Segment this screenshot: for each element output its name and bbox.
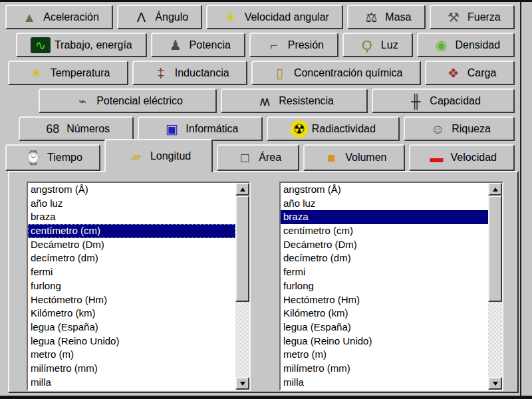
tab-label-trabajo-energia: Trabajo, energía — [55, 39, 132, 51]
left-unit-list: angstrom (Å)año luzbrazacentímetro (cm)D… — [27, 182, 251, 391]
tab-label-masa: Masa — [385, 11, 411, 23]
tab-luz[interactable]: ϘLuz — [342, 33, 413, 57]
tab-label-tiempo: Tiempo — [47, 152, 82, 164]
tab-fuerza[interactable]: ⚒Fuerza — [430, 5, 515, 29]
arrow-up-icon — [493, 188, 498, 192]
scroll-up-button[interactable] — [235, 183, 249, 196]
list-item[interactable]: metro (m) — [281, 348, 488, 362]
tab-row-3: ☀Temperatura‡Inductancia▯Concentración q… — [8, 61, 515, 85]
arrow-down-icon — [240, 382, 245, 386]
list-item[interactable]: Kilómetro (km) — [281, 307, 488, 321]
arrow-down-icon — [493, 382, 498, 386]
list-item[interactable]: año luz — [281, 197, 488, 211]
tab-densidad[interactable]: ◉Densidad — [417, 33, 515, 57]
list-item[interactable]: decímetro (dm) — [28, 251, 235, 265]
tab-tiempo[interactable]: ⌚Tiempo — [5, 144, 100, 171]
scrollbar-track[interactable] — [235, 196, 249, 377]
list-item[interactable]: milímetro (mm) — [281, 362, 488, 376]
tab-informatica[interactable]: ▣Informática — [138, 116, 262, 141]
tab-masa[interactable]: ⚖Masa — [347, 5, 426, 29]
battery-plug-icon: ⌁ — [72, 92, 92, 110]
tab-angulo[interactable]: ΛÁngulo — [117, 5, 202, 29]
tab-label-volumen: Volumen — [345, 152, 386, 164]
list-item[interactable]: furlong — [28, 279, 235, 293]
list-item[interactable]: milímetro (mm) — [28, 362, 235, 376]
box-icon: ■ — [321, 149, 341, 166]
tab-velocidad[interactable]: ▬Velocidad — [409, 144, 515, 171]
tab-presion[interactable]: ⌐Presión — [249, 33, 338, 57]
list-item[interactable]: angstrom (Å) — [28, 183, 235, 197]
list-item[interactable]: legua (Reino Unido) — [281, 334, 488, 348]
graduated-cylinder-icon: ▯ — [270, 65, 290, 82]
light-bulb-icon: Ϙ — [357, 37, 377, 54]
vertical-scrollbar[interactable] — [235, 183, 249, 390]
list-item[interactable]: Kilómetro (km) — [28, 307, 235, 321]
list-item[interactable]: fermi — [28, 265, 235, 279]
list-item[interactable]: centímetro (cm) — [281, 224, 488, 238]
tab-label-presion: Presión — [288, 39, 324, 51]
list-item[interactable]: braza — [281, 210, 488, 224]
scroll-up-button[interactable] — [488, 183, 502, 196]
tab-label-informatica: Informática — [186, 123, 238, 135]
list-item[interactable]: legua (España) — [281, 321, 488, 334]
tab-label-radiactividad: Radiactividad — [312, 123, 376, 135]
scroll-down-button[interactable] — [488, 377, 502, 390]
tab-trabajo-energia[interactable]: ∿Trabajo, energía — [16, 33, 147, 57]
list-item[interactable]: centímetro (cm) — [28, 224, 235, 238]
faucet-icon: ⌐ — [264, 37, 284, 54]
list-item[interactable]: milla — [28, 376, 235, 390]
hammer-icon: ⚒ — [444, 9, 464, 26]
tab-riqueza[interactable]: ☺Riqueza — [404, 116, 515, 141]
list-item[interactable]: Decámetro (Dm) — [281, 238, 488, 252]
tab-potencial-electrico[interactable]: ⌁Potencial eléctrico — [39, 88, 217, 113]
tab-label-temperatura: Temperatura — [51, 67, 110, 79]
list-item[interactable]: angstrom (Å) — [281, 183, 488, 197]
list-item[interactable]: decímetro (dm) — [281, 251, 488, 265]
tab-volumen[interactable]: ■Volumen — [303, 144, 404, 171]
list-item[interactable]: milla — [281, 376, 488, 390]
list-item[interactable]: año luz — [28, 197, 235, 211]
tab-longitud[interactable]: ▰Longitud — [104, 139, 213, 172]
balance-scale-icon: ⚖ — [361, 9, 381, 26]
right-unit-list: angstrom (Å)año luzbrazacentímetro (cm)D… — [279, 182, 503, 391]
vertical-scrollbar[interactable] — [488, 183, 502, 390]
tab-radiactividad[interactable]: ☢Radiactividad — [267, 116, 400, 141]
tab-row-2: ∿Trabajo, energía♟Potencia⌐PresiónϘLuz◉D… — [16, 33, 515, 57]
tab-area[interactable]: □Área — [217, 144, 299, 171]
tab-carga[interactable]: ❖Carga — [425, 61, 515, 85]
rich-man-icon: ☺ — [428, 120, 448, 138]
tab-label-angulo: Ángulo — [155, 11, 188, 23]
tab-potencia[interactable]: ♟Potencia — [151, 33, 245, 57]
list-item[interactable]: furlong — [281, 279, 488, 293]
tab-label-aceleracion: Aceleración — [43, 11, 99, 23]
list-item[interactable]: legua (Reino Unido) — [28, 334, 235, 348]
list-item[interactable]: Hectómetro (Hm) — [281, 293, 488, 307]
list-item[interactable]: legua (España) — [28, 321, 235, 334]
tab-capacidad[interactable]: ╫Capacidad — [372, 88, 515, 113]
list-item[interactable]: metro (m) — [28, 348, 235, 362]
tab-label-fuerza: Fuerza — [467, 11, 501, 23]
tab-inductancia[interactable]: ‡Inductancia — [132, 61, 247, 85]
tab-aceleracion[interactable]: ▲Aceleración — [5, 5, 113, 29]
list-item[interactable]: fermi — [281, 265, 488, 279]
scrollbar-thumb[interactable] — [488, 196, 502, 302]
unit-converter-window: ▲AceleraciónΛÁngulo✳Velocidad angular⚖Ma… — [0, 2, 532, 396]
tab-resistencia[interactable]: ʍResistencia — [221, 88, 368, 113]
scrollbar-thumb[interactable] — [235, 196, 249, 302]
strongman-icon: ♟ — [166, 37, 186, 54]
computer-monitor-icon: ▣ — [162, 120, 182, 138]
tab-temperatura[interactable]: ☀Temperatura — [8, 61, 128, 85]
list-item[interactable]: Decámetro (Dm) — [28, 238, 235, 252]
tab-label-densidad: Densidad — [455, 39, 500, 51]
tab-numeros[interactable]: 68Números — [19, 116, 134, 141]
arrow-up-icon — [240, 188, 245, 192]
list-item[interactable]: braza — [28, 210, 235, 224]
car-icon: ▬ — [427, 149, 447, 166]
tab-label-longitud: Longitud — [150, 150, 191, 162]
scrollbar-track[interactable] — [488, 196, 502, 377]
tab-velocidad-angular[interactable]: ✳Velocidad angular — [206, 5, 343, 29]
tab-label-capacidad: Capacidad — [430, 95, 481, 107]
tab-concentracion-quimica[interactable]: ▯Concentración química — [251, 61, 421, 85]
scroll-down-button[interactable] — [235, 377, 249, 390]
list-item[interactable]: Hectómetro (Hm) — [28, 293, 235, 307]
